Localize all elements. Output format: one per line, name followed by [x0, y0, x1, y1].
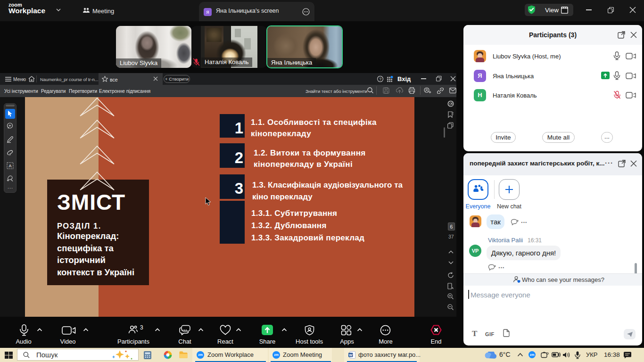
svg-text:W: W — [349, 353, 353, 357]
svg-text:A: A — [8, 164, 12, 168]
svg-text:?: ? — [379, 77, 381, 82]
